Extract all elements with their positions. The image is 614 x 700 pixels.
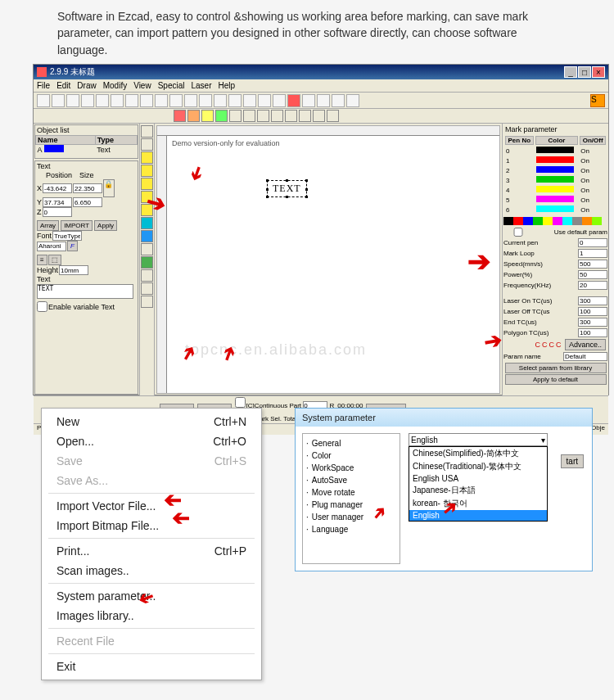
pen-row[interactable]: 5On — [505, 196, 606, 204]
shape-rect-icon[interactable] — [174, 110, 186, 122]
tb-19[interactable] — [346, 94, 359, 107]
y-input[interactable] — [43, 197, 72, 207]
lang-option[interactable]: English USA — [409, 473, 547, 484]
tb-17[interactable] — [317, 94, 330, 107]
tb-15[interactable] — [273, 94, 286, 107]
menu-laser[interactable]: Laser — [191, 81, 211, 90]
vt-encoder-icon[interactable] — [141, 296, 153, 308]
tb-hatch-icon[interactable] — [287, 94, 300, 107]
lang-option[interactable]: Chinese(Traditional)-繁体中文 — [409, 460, 547, 473]
tb-9[interactable] — [184, 94, 197, 107]
tb-paste[interactable] — [111, 94, 124, 107]
close-button[interactable]: × — [592, 66, 605, 78]
menu-item[interactable]: Images library.. — [42, 606, 261, 625]
lock-icon[interactable]: 🔒 — [103, 179, 115, 197]
tree-item[interactable]: Plug manager — [306, 499, 396, 511]
font-name-select[interactable] — [37, 242, 66, 251]
pen-row[interactable]: 2On — [505, 166, 606, 174]
apply-default-button[interactable]: Apply to default — [505, 374, 607, 385]
menu-item[interactable]: NewCtrl+N — [42, 412, 261, 431]
array-button[interactable]: Array — [37, 220, 59, 231]
vt-bitmap-icon[interactable] — [141, 243, 153, 255]
menu-modify[interactable]: Modify — [103, 81, 127, 90]
tb-save[interactable] — [66, 94, 79, 107]
param-name-input[interactable] — [563, 352, 607, 361]
shape-circle-icon[interactable] — [187, 110, 200, 122]
tb-12[interactable] — [228, 94, 242, 107]
speed-input[interactable] — [578, 260, 607, 269]
shape-5[interactable] — [229, 110, 242, 122]
use-default-checkbox[interactable] — [503, 228, 533, 237]
menu-item[interactable]: Exit — [42, 657, 261, 676]
shape-11[interactable] — [313, 110, 325, 122]
tart-button[interactable]: tart — [561, 454, 584, 468]
shape-12[interactable] — [327, 110, 339, 122]
select-lib-button[interactable]: Select param from library — [505, 363, 607, 373]
z-input[interactable] — [43, 207, 72, 217]
apply-button[interactable]: Apply — [94, 220, 117, 231]
menu-help[interactable]: Help — [218, 81, 235, 90]
tb-grid[interactable] — [169, 94, 183, 107]
language-select[interactable]: English ▾ — [409, 433, 548, 446]
tb-new[interactable] — [37, 94, 50, 107]
tree-item[interactable]: Language — [306, 523, 396, 535]
minimize-button[interactable]: _ — [564, 66, 577, 78]
polytc-input[interactable] — [578, 328, 607, 337]
height-input[interactable] — [59, 265, 88, 275]
power-input[interactable] — [578, 270, 607, 279]
menu-special[interactable]: Special — [158, 81, 185, 90]
tb-undo[interactable] — [125, 94, 138, 107]
vt-text-icon[interactable] — [141, 217, 153, 229]
tb-18[interactable] — [332, 94, 345, 107]
menu-item[interactable]: Scan images.. — [42, 561, 261, 580]
laseroff-input[interactable] — [578, 307, 607, 316]
tree-item[interactable]: WorkSpace — [306, 462, 396, 474]
tb-11[interactable] — [214, 94, 227, 107]
tb-10[interactable] — [199, 94, 212, 107]
shape-6[interactable] — [243, 110, 255, 122]
advance-button[interactable]: Advance.. — [565, 339, 606, 350]
maximize-button[interactable]: □ — [578, 66, 591, 78]
vt-circle-icon[interactable] — [141, 191, 153, 203]
lang-option[interactable]: korean- 한국어 — [409, 497, 547, 510]
menu-edit[interactable]: Edit — [56, 81, 70, 90]
menu-file[interactable]: File — [37, 81, 50, 90]
vt-curve-icon[interactable] — [141, 165, 153, 177]
pen-row[interactable]: 1On — [505, 156, 606, 165]
menu-item[interactable]: System parameter.. — [42, 586, 261, 606]
vt-input-icon[interactable] — [141, 282, 153, 295]
vt-timer-icon[interactable] — [141, 269, 153, 282]
shape-3[interactable] — [201, 110, 214, 122]
text-content-input[interactable]: TEXT — [37, 284, 133, 299]
lang-option[interactable]: English — [409, 510, 547, 521]
vt-line-icon[interactable] — [141, 151, 153, 164]
cur-pen-input[interactable] — [578, 238, 607, 247]
continuous-checkbox[interactable] — [235, 397, 246, 408]
pen-row[interactable]: 0On — [505, 147, 606, 155]
menu-view[interactable]: View — [133, 81, 151, 90]
tb-13[interactable] — [243, 94, 256, 107]
menu-draw[interactable]: Draw — [77, 81, 96, 90]
font-type-select[interactable] — [52, 231, 82, 241]
h-input[interactable] — [73, 197, 102, 207]
menu-item[interactable]: Open...Ctrl+O — [42, 431, 261, 451]
tree-item[interactable]: User manager — [306, 511, 396, 523]
vt-rect-icon[interactable] — [141, 178, 153, 190]
tb-copy[interactable] — [96, 94, 109, 107]
lang-option[interactable]: Chinese(Simplified)-简体中文 — [409, 447, 547, 460]
pen-row[interactable]: 3On — [505, 176, 606, 184]
w-input[interactable] — [73, 183, 102, 193]
vt-polygon-icon[interactable] — [141, 204, 153, 216]
text-btn2[interactable]: ⬚ — [48, 255, 61, 265]
shape-8[interactable] — [271, 110, 283, 122]
tray-icon[interactable]: S — [590, 94, 605, 107]
loop-input[interactable] — [578, 249, 607, 258]
vt-barcode-icon[interactable] — [141, 230, 153, 242]
pen-row[interactable]: 4On — [505, 186, 606, 194]
tb-redo[interactable] — [140, 94, 153, 107]
vt-vector-icon[interactable] — [141, 256, 153, 269]
tb-open[interactable] — [52, 94, 65, 107]
menu-item[interactable]: Import Vector File... — [42, 496, 261, 516]
tb-14[interactable] — [258, 94, 271, 107]
vt-select-icon[interactable] — [141, 125, 153, 138]
